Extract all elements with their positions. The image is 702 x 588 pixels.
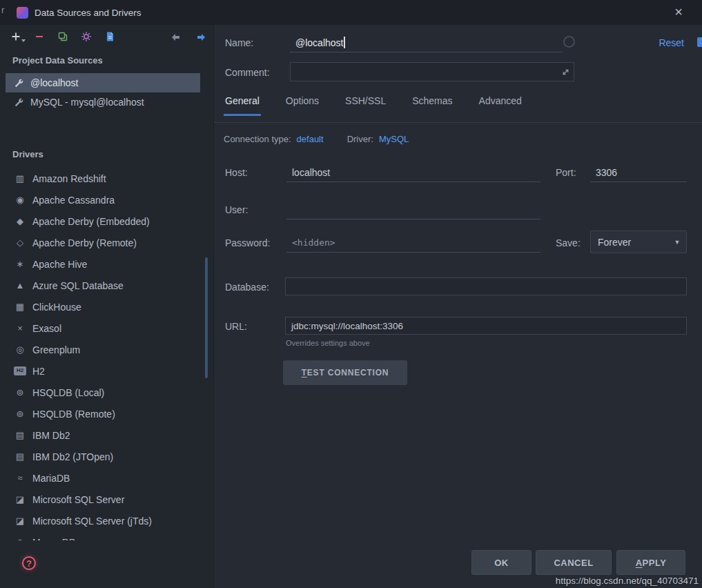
driver-label: IBM Db2 (JTOpen) xyxy=(32,451,113,462)
driver-label: Microsoft SQL Server (jTds) xyxy=(32,516,152,527)
test-connection-label: EST CONNECTION xyxy=(307,368,389,378)
comment-label: Comment: xyxy=(225,67,270,78)
azure-sql-icon: ▲ xyxy=(14,280,26,291)
settings-gear-icon[interactable] xyxy=(80,31,92,43)
port-input[interactable]: 3306 xyxy=(590,163,687,182)
tab-options[interactable]: Options xyxy=(284,95,320,116)
test-connection-button[interactable]: TEST CONNECTION xyxy=(283,360,407,385)
driver-item-h2[interactable]: H2H2 xyxy=(6,360,200,382)
driver-label: Azure SQL Database xyxy=(32,280,124,291)
name-input[interactable]: @localhost xyxy=(290,33,563,52)
driver-item-hsqldb-remote[interactable]: ⊚HSQLDB (Remote) xyxy=(6,403,200,424)
driver-item-mariadb[interactable]: ≈MariaDB xyxy=(6,467,200,489)
driver-item-apache-cassandra[interactable]: ◉Apache Cassandra xyxy=(6,189,200,210)
driver-item-ibm-db2-jtopen[interactable]: ▤IBM Db2 (JTOpen) xyxy=(6,446,200,467)
driver-item-mssql[interactable]: ◪Microsoft SQL Server xyxy=(6,489,200,510)
ibm-db2-icon: ▤ xyxy=(14,430,26,440)
driver-item-hsqldb-local[interactable]: ⊚HSQLDB (Local) xyxy=(6,382,200,403)
reset-link[interactable]: Reset xyxy=(659,37,684,48)
dialog-title: Data Sources and Drivers xyxy=(35,8,142,18)
driver-label: IBM Db2 xyxy=(32,430,70,441)
forward-arrow-icon[interactable] xyxy=(195,31,206,43)
url-input[interactable]: jdbc:mysql://localhost:3306 xyxy=(285,317,687,335)
clickhouse-icon: ▦ xyxy=(14,302,26,312)
dialog-titlebar: r Data Sources and Drivers × xyxy=(0,0,702,25)
connection-type-value[interactable]: default xyxy=(297,134,324,144)
driver-label: MongoDB xyxy=(32,537,75,541)
driver-item-ibm-db2[interactable]: ▤IBM Db2 xyxy=(6,424,200,446)
driver-item-apache-derby-remote[interactable]: ◇Apache Derby (Remote) xyxy=(6,232,200,253)
greenplum-icon: ◎ xyxy=(14,344,26,355)
host-input[interactable]: localhost xyxy=(286,163,540,182)
url-label: URL: xyxy=(225,321,247,332)
driver-item-amazon-redshift[interactable]: ▥Amazon Redshift xyxy=(6,168,200,189)
comment-input[interactable] xyxy=(290,62,574,81)
driver-label: Amazon Redshift xyxy=(32,173,106,184)
data-source-wrench-icon xyxy=(14,97,24,108)
ok-button[interactable]: OK xyxy=(471,550,532,575)
sidebar-item-localhost[interactable]: @localhost xyxy=(6,73,200,92)
driver-label: Apache Derby (Remote) xyxy=(32,237,137,248)
hsqldb-icon: ⊚ xyxy=(14,409,26,419)
mssql-icon: ◪ xyxy=(14,494,26,504)
back-arrow-icon[interactable] xyxy=(170,31,182,43)
driver-label: H2 xyxy=(32,366,45,377)
mssql-icon: ◪ xyxy=(14,516,26,526)
import-file-icon[interactable] xyxy=(104,31,115,43)
main-panel: Name: @localhost Reset Comment: General … xyxy=(214,25,702,588)
tab-schemas[interactable]: Schemas xyxy=(411,95,454,116)
user-input[interactable] xyxy=(286,200,540,219)
save-dropdown-value: Forever xyxy=(591,237,668,248)
apache-derby-icon: ◇ xyxy=(14,237,26,248)
drivers-header: Drivers xyxy=(0,149,43,159)
driver-label: HSQLDB (Local) xyxy=(32,387,104,398)
mongodb-icon: ⊙ xyxy=(14,537,26,540)
expand-icon[interactable] xyxy=(561,68,570,77)
project-data-sources-list: @localhost MySQL - mysql@localhost xyxy=(0,73,213,112)
apache-hive-icon: ∗ xyxy=(14,259,26,269)
cancel-button[interactable]: CANCEL xyxy=(536,550,612,575)
url-value: jdbc:mysql://localhost:3306 xyxy=(291,321,403,331)
driver-item-exasol[interactable]: ×Exasol xyxy=(6,317,200,339)
apache-cassandra-icon: ◉ xyxy=(14,195,26,205)
driver-item-mssql-jtds[interactable]: ◪Microsoft SQL Server (jTds) xyxy=(6,510,200,531)
tab-advanced[interactable]: Advanced xyxy=(478,95,523,116)
help-button[interactable]: ? xyxy=(22,556,36,570)
duplicate-icon[interactable] xyxy=(57,31,68,43)
chevron-down-icon: ▼ xyxy=(668,231,686,253)
driver-label: Driver: xyxy=(347,134,373,144)
refresh-spinner-icon xyxy=(563,36,575,48)
port-value: 3306 xyxy=(596,167,617,178)
apply-button[interactable]: APPLY xyxy=(616,550,685,575)
driver-label: Apache Cassandra xyxy=(32,195,115,206)
driver-value-link[interactable]: MySQL xyxy=(379,134,409,144)
remove-icon[interactable] xyxy=(33,31,45,43)
driver-item-azure-sql[interactable]: ▲Azure SQL Database xyxy=(6,275,200,296)
save-dropdown[interactable]: Forever ▼ xyxy=(590,231,687,253)
driver-item-greenplum[interactable]: ◎Greenplum xyxy=(6,339,200,360)
amazon-redshift-icon: ▥ xyxy=(14,173,26,184)
driver-label: Microsoft SQL Server xyxy=(32,494,124,505)
edge-artifact xyxy=(697,37,702,47)
password-input[interactable]: <hidden> xyxy=(286,233,540,253)
add-icon[interactable] xyxy=(10,31,21,43)
tab-general[interactable]: General xyxy=(224,95,261,116)
driver-label: Greenplum xyxy=(32,344,80,355)
tab-ssh-ssl[interactable]: SSH/SSL xyxy=(344,95,387,116)
apply-mnemonic: A xyxy=(636,558,643,568)
sidebar-scrollbar[interactable] xyxy=(205,257,208,378)
close-icon[interactable]: × xyxy=(674,3,683,20)
user-label: User: xyxy=(225,204,248,215)
driver-item-mongodb[interactable]: ⊙MongoDB xyxy=(6,531,200,540)
sidebar: Project Data Sources @localhost MySQL - … xyxy=(0,25,214,588)
sidebar-item-mysql-localhost[interactable]: MySQL - mysql@localhost xyxy=(6,92,200,112)
background-artifact: r xyxy=(1,5,4,15)
text-cursor xyxy=(344,37,345,48)
driver-item-apache-derby-embedded[interactable]: ◆Apache Derby (Embedded) xyxy=(6,210,200,232)
add-dropdown-caret-icon xyxy=(21,39,26,42)
test-connection-mnemonic: T xyxy=(302,368,307,378)
driver-item-clickhouse[interactable]: ▦ClickHouse xyxy=(6,296,200,317)
tabs-divider xyxy=(214,122,702,123)
database-input[interactable] xyxy=(285,277,687,295)
driver-item-apache-hive[interactable]: ∗Apache Hive xyxy=(6,253,200,275)
